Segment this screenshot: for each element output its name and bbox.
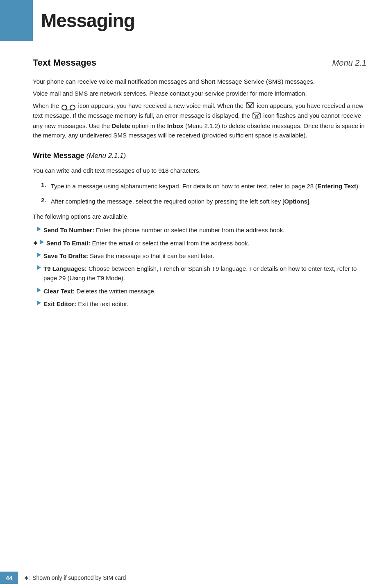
para-network-services: Voice mail and SMS are network services.… xyxy=(33,89,366,98)
numbered-item-1: 1. Type in a message using alphanumeric … xyxy=(33,181,366,191)
bullet-arrow-icon-t9 xyxy=(37,265,41,270)
bullet-clear-text-text: Clear Text: Deletes the written message. xyxy=(43,286,156,296)
subsection-write-message: Write Message (Menu 2.1.1) You can write… xyxy=(33,151,366,309)
para-icons-description: When the icon appears, you have received… xyxy=(33,101,366,140)
bullet-send-to-number-text: Send To Number: Enter the phone number o… xyxy=(43,225,284,235)
asterisk-mark: ∗ xyxy=(33,239,38,247)
envelope-icon-2 xyxy=(252,112,261,121)
bullet-exit-editor-text: Exit Editor: Exit the text editor. xyxy=(43,299,129,309)
blue-sidebar-accent xyxy=(0,0,33,41)
write-message-intro: You can write and edit text messages of … xyxy=(33,166,366,175)
numbered-item-2: 2. After completing the message, select … xyxy=(33,197,366,206)
bullet-arrow-icon-email xyxy=(40,240,44,245)
numbered-item-2-text: After completing the message, select the… xyxy=(51,197,311,206)
section-menu-ref: Menu 2.1 xyxy=(332,58,366,68)
header-bar: Messaging xyxy=(0,0,391,41)
svg-point-1 xyxy=(70,105,75,110)
bullet-t9-languages: T9 Languages: Choose between English, Fr… xyxy=(33,264,366,283)
page-container: Messaging Text Messages Menu 2.1 Your ph… xyxy=(0,0,391,588)
bullet-send-to-email-row: ∗ Send To Email: Enter the email or sele… xyxy=(33,238,366,248)
subsection-write-message-title: Write Message (Menu 2.1.1) xyxy=(33,151,366,160)
bullet-arrow-icon-exit xyxy=(37,300,41,305)
bullet-arrow-icon xyxy=(37,227,41,231)
page-title: Messaging xyxy=(41,9,135,32)
footer-asterisk-symbol: ∗: xyxy=(24,574,31,581)
main-content: Text Messages Menu 2.1 Your phone can re… xyxy=(0,57,391,345)
svg-line-5 xyxy=(250,103,254,105)
envelope-icon-1 xyxy=(246,101,254,111)
svg-line-4 xyxy=(246,103,250,105)
section-text-messages-heading: Text Messages Menu 2.1 xyxy=(33,57,366,70)
bullet-t9-languages-text: T9 Languages: Choose between English, Fr… xyxy=(43,264,366,283)
bullet-send-to-email-text: Send To Email: Enter the email or select… xyxy=(46,238,250,248)
numbered-item-1-text: Type in a message using alphanumeric key… xyxy=(51,181,360,191)
svg-line-9 xyxy=(253,113,257,116)
subsection-menu-ref: (Menu 2.1.1) xyxy=(86,152,126,160)
section-title: Text Messages xyxy=(33,57,96,68)
bullet-arrow-icon-drafts xyxy=(37,252,41,257)
voicemail-icon xyxy=(61,103,75,109)
footer-bar: 44 ∗: Shown only if supported by SIM car… xyxy=(0,567,391,588)
numbered-item-2-num: 2. xyxy=(41,197,51,204)
svg-point-0 xyxy=(62,105,67,110)
page-number: 44 xyxy=(6,574,13,581)
bullet-save-to-drafts: Save To Drafts: Save the message so that… xyxy=(33,251,366,261)
bullet-arrow-icon-clear xyxy=(37,288,41,293)
options-intro: The following options are available. xyxy=(33,212,366,221)
footer-note-text: Shown only if supported by SIM card xyxy=(32,574,126,581)
bullet-save-to-drafts-text: Save To Drafts: Save the message so that… xyxy=(43,251,214,261)
page-number-badge: 44 xyxy=(0,572,18,584)
bullet-send-to-number: Send To Number: Enter the phone number o… xyxy=(33,225,366,235)
title-area: Messaging xyxy=(33,0,391,41)
svg-line-10 xyxy=(257,113,260,116)
para-sms-intro: Your phone can receive voice mail notifi… xyxy=(33,77,366,86)
numbered-list: 1. Type in a message using alphanumeric … xyxy=(33,181,366,206)
bullet-exit-editor: Exit Editor: Exit the text editor. xyxy=(33,299,366,309)
bullet-clear-text: Clear Text: Deletes the written message. xyxy=(33,286,366,296)
numbered-item-1-num: 1. xyxy=(41,181,51,188)
